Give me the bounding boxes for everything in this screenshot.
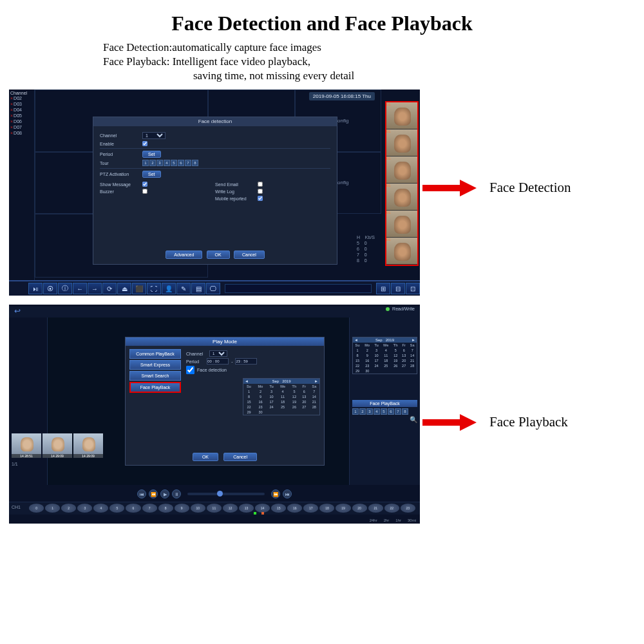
channel-box[interactable]: 1 bbox=[352, 408, 359, 415]
timeline-hour[interactable]: 10 bbox=[191, 504, 205, 513]
ok-button[interactable]: OK bbox=[207, 251, 230, 259]
back-icon[interactable]: ↩ bbox=[14, 307, 415, 316]
channel-item[interactable]: ×D08 bbox=[10, 130, 33, 136]
face-thumbnail[interactable]: 01 bbox=[386, 184, 417, 211]
toolbar-info-icon[interactable]: ⓘ bbox=[58, 283, 72, 294]
channel-box[interactable]: 8 bbox=[402, 408, 408, 415]
tour-box[interactable]: 2 bbox=[149, 160, 156, 166]
face-thumbnail[interactable]: 14 28:51 bbox=[12, 433, 41, 458]
tab-smart-search[interactable]: Smart Search bbox=[129, 371, 181, 381]
channel-item[interactable]: ×D03 bbox=[10, 101, 33, 107]
face-thumbnail[interactable]: 01 bbox=[386, 102, 417, 129]
period-to-input[interactable] bbox=[235, 358, 257, 365]
timeline-hour[interactable]: 7 bbox=[142, 504, 157, 513]
mobile-reported-checkbox[interactable] bbox=[258, 196, 263, 201]
toolbar-grid1-icon[interactable]: ⊞ bbox=[376, 283, 390, 294]
timeline-hour[interactable]: 19 bbox=[336, 504, 350, 513]
toolbar-stop-icon[interactable]: ⬛ bbox=[132, 283, 146, 294]
buzzer-checkbox[interactable] bbox=[142, 189, 147, 194]
toolbar-eject-icon[interactable]: ⏏ bbox=[117, 283, 131, 294]
tab-face-playback[interactable]: Face PlayBack bbox=[129, 382, 181, 393]
zoom-30mi[interactable]: 30mi bbox=[408, 518, 416, 522]
face-thumbnail[interactable]: 14 29:09 bbox=[73, 433, 103, 458]
tab-smart-express[interactable]: Smart Express bbox=[129, 360, 181, 370]
play-icon[interactable]: ▶ bbox=[160, 489, 169, 498]
timeline-hour[interactable]: 0 bbox=[29, 504, 44, 513]
send-email-checkbox[interactable] bbox=[258, 182, 263, 187]
pause-icon[interactable]: ⏸ bbox=[172, 489, 181, 498]
skip-back-icon[interactable]: ⏮ bbox=[137, 489, 146, 498]
timeline-hour[interactable]: 5 bbox=[109, 504, 124, 513]
timeline-hour[interactable]: 16 bbox=[287, 504, 302, 513]
toolbar-play-icon[interactable]: ⏯ bbox=[28, 283, 43, 294]
face-thumbnail[interactable]: 01 bbox=[386, 211, 417, 238]
ok-button[interactable]: OK bbox=[193, 453, 218, 461]
channel-item[interactable]: ×D02 bbox=[10, 95, 33, 101]
timeline-hour[interactable]: 11 bbox=[207, 504, 222, 513]
toolbar-record-icon[interactable]: ⦿ bbox=[43, 283, 57, 294]
timeline-hour[interactable]: 4 bbox=[93, 504, 108, 513]
cal-next-icon[interactable]: ► bbox=[412, 338, 415, 342]
advanced-button[interactable]: Advanced bbox=[166, 251, 202, 259]
period-from-input[interactable] bbox=[207, 358, 229, 365]
toolbar-fullscreen-icon[interactable]: ⛶ bbox=[147, 283, 161, 294]
write-log-checkbox[interactable] bbox=[258, 189, 263, 194]
timeline-hour[interactable]: 15 bbox=[271, 504, 286, 513]
dialog-calendar[interactable]: ◄Sep 2019► SuMoTuWeThFrSa 1234567 891011… bbox=[243, 378, 320, 415]
show-message-checkbox[interactable] bbox=[142, 182, 147, 187]
face-playback-button[interactable]: Face PlayBack bbox=[352, 400, 417, 407]
toolbar-monitor-icon[interactable]: 🖵 bbox=[206, 283, 220, 294]
timeline-hour[interactable]: 2 bbox=[61, 504, 76, 513]
cal-prev-icon[interactable]: ◄ bbox=[245, 379, 249, 383]
timeline-hour[interactable]: 9 bbox=[175, 504, 189, 513]
channel-box[interactable]: 2 bbox=[359, 408, 366, 415]
face-thumbnail[interactable]: 01 bbox=[386, 129, 417, 156]
channel-box[interactable]: 4 bbox=[374, 408, 380, 415]
rewind-icon[interactable]: ⏪ bbox=[149, 489, 158, 498]
tour-box[interactable]: 3 bbox=[156, 160, 163, 166]
tour-box[interactable]: 8 bbox=[192, 160, 198, 166]
enable-checkbox[interactable] bbox=[142, 141, 147, 146]
tour-box[interactable]: 4 bbox=[164, 160, 170, 166]
calendar-table[interactable]: SuMoTuWeThFrSa 1234567 891011121314 1516… bbox=[353, 343, 417, 374]
timeline-hour[interactable]: 22 bbox=[384, 504, 399, 513]
tour-box[interactable]: 7 bbox=[185, 160, 191, 166]
channel-item[interactable]: ×D04 bbox=[10, 107, 33, 113]
tab-common-playback[interactable]: Common PlayBack bbox=[129, 349, 181, 359]
cancel-button[interactable]: Cancel bbox=[234, 251, 265, 259]
channel-box[interactable]: 7 bbox=[395, 408, 401, 415]
search-icon[interactable]: 🔍 bbox=[352, 416, 417, 423]
ptz-set-button[interactable]: Set bbox=[142, 171, 161, 178]
channel-item[interactable]: ×D07 bbox=[10, 124, 33, 130]
channel-item[interactable]: ×D05 bbox=[10, 113, 33, 118]
zoom-24hr[interactable]: 24hr bbox=[370, 518, 377, 522]
timeline-hour[interactable]: 20 bbox=[352, 504, 367, 513]
timeline-hour[interactable]: 8 bbox=[158, 504, 173, 513]
right-calendar[interactable]: ◄Sep 2019► SuMoTuWeThFrSa 1234567 891011… bbox=[352, 337, 417, 374]
cal-next-icon[interactable]: ► bbox=[314, 379, 318, 383]
cal-prev-icon[interactable]: ◄ bbox=[354, 338, 358, 342]
timeline-hour[interactable]: 3 bbox=[77, 504, 92, 513]
channel-select[interactable]: 1 bbox=[209, 350, 227, 357]
toolbar-person-icon[interactable]: 👤 bbox=[162, 283, 176, 294]
timeline-hour[interactable]: 1 bbox=[45, 504, 60, 513]
toolbar-grid3-icon[interactable]: ⊡ bbox=[406, 283, 420, 294]
tour-box[interactable]: 6 bbox=[178, 160, 184, 166]
face-thumbnail[interactable]: 14 29:09 bbox=[43, 433, 72, 458]
cancel-button[interactable]: Cancel bbox=[223, 453, 257, 461]
zoom-2hr[interactable]: 2hr bbox=[384, 518, 390, 522]
timeline-hour[interactable]: 14 bbox=[255, 504, 270, 513]
forward-icon[interactable]: ⏩ bbox=[271, 489, 280, 498]
toolbar-list-icon[interactable]: ▤ bbox=[191, 283, 205, 294]
channel-select[interactable]: 1 bbox=[142, 132, 166, 139]
tour-box[interactable]: 1 bbox=[142, 160, 149, 166]
toolbar-refresh-icon[interactable]: ⟳ bbox=[102, 283, 117, 294]
timeline-hour[interactable]: 18 bbox=[319, 504, 334, 513]
face-thumbnail[interactable]: 01 bbox=[386, 238, 417, 265]
tour-box[interactable]: 5 bbox=[171, 160, 177, 166]
face-detection-checkbox[interactable] bbox=[186, 366, 194, 374]
toolbar-prev-icon[interactable]: ← bbox=[73, 283, 87, 294]
zoom-1hr[interactable]: 1hr bbox=[395, 518, 401, 522]
timeline[interactable]: CH1 012345678910111213141516171819202122… bbox=[9, 502, 420, 515]
toolbar-grid2-icon[interactable]: ⊟ bbox=[391, 283, 405, 294]
